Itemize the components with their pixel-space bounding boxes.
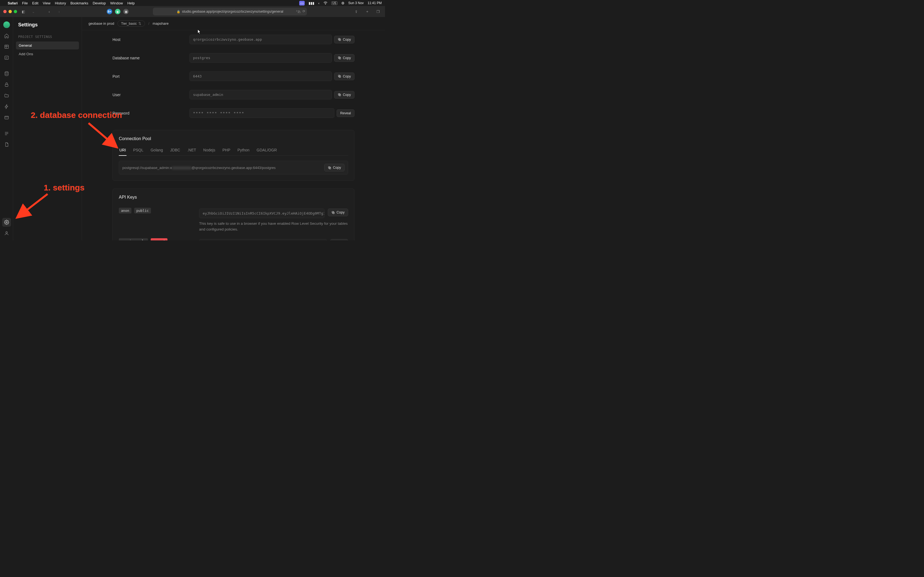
- menu-item[interactable]: Develop: [93, 1, 106, 5]
- logs-icon[interactable]: [2, 129, 11, 138]
- tier-pill[interactable]: Tier_basic⇅: [118, 20, 145, 27]
- reveal-button[interactable]: Reveal: [330, 239, 348, 240]
- field-label: Port: [113, 74, 189, 79]
- tab-jdbc[interactable]: JDBC: [170, 146, 181, 156]
- svg-point-5: [6, 222, 7, 223]
- copy-button[interactable]: Copy: [324, 164, 344, 171]
- breadcrumb-project[interactable]: mapshare: [153, 21, 169, 26]
- breadcrumb: geobase in prod Tier_basic⇅ / mapshare: [82, 17, 385, 30]
- logo-icon[interactable]: [2, 20, 11, 29]
- badge-service-role: service_role: [119, 238, 148, 240]
- wifi-icon[interactable]: [323, 1, 328, 5]
- api-key-anon: anon public eyJhbGciOiJIUzI1NiIsInR5cCI6…: [119, 205, 348, 235]
- menu-item[interactable]: Help: [127, 1, 135, 5]
- nav-rail: [0, 17, 13, 240]
- connection-uri-box[interactable]: postgresql://supabase_admin:xxxxxxxxxxxx…: [119, 161, 348, 174]
- menu-item[interactable]: Bookmarks: [70, 1, 88, 5]
- battery-icon[interactable]: ▮▮▮: [309, 1, 314, 5]
- settings-sidebar: Settings PROJECT SETTINGS General Add On…: [13, 17, 82, 240]
- host-value[interactable]: qrorgxicozrbczwvzyno.geobase.app: [189, 35, 332, 44]
- svg-rect-4: [5, 116, 8, 119]
- menu-item[interactable]: Window: [110, 1, 123, 5]
- menubar-app-name[interactable]: Safari: [8, 1, 18, 5]
- port-value[interactable]: 6443: [189, 71, 332, 81]
- sql-editor-icon[interactable]: [2, 53, 11, 62]
- copy-button[interactable]: Copy: [334, 73, 354, 80]
- home-icon[interactable]: [2, 31, 11, 40]
- svg-rect-1: [5, 56, 8, 60]
- tab-uri[interactable]: URI: [119, 146, 126, 156]
- share-icon[interactable]: ⇪: [352, 8, 360, 15]
- copy-button[interactable]: Copy: [334, 36, 354, 44]
- control-center-icon[interactable]: ⚙: [341, 1, 344, 5]
- auth-icon[interactable]: [2, 80, 11, 89]
- svg-point-2: [5, 72, 8, 73]
- copy-button[interactable]: Copy: [334, 91, 354, 98]
- sidebar-item-addons[interactable]: Add Ons: [16, 50, 79, 58]
- input-locale[interactable]: US: [331, 2, 338, 5]
- tab-php[interactable]: PHP: [222, 146, 231, 156]
- translate-icon[interactable]: ᴬあ: [296, 9, 301, 14]
- sidebar-toggle-icon[interactable]: ◧: [20, 8, 27, 15]
- menubar-time[interactable]: 11:41 PM: [368, 1, 382, 5]
- tab-nodejs[interactable]: Nodejs: [203, 146, 216, 156]
- storage-icon[interactable]: [2, 91, 11, 100]
- copy-button[interactable]: Copy: [334, 54, 354, 62]
- nav-forward-icon[interactable]: ›: [55, 8, 63, 15]
- extension-icon[interactable]: ◐: [115, 9, 120, 14]
- menubar-date[interactable]: Sun 3 Nov: [349, 1, 364, 5]
- card-heading: API Keys: [119, 195, 348, 200]
- menu-item[interactable]: File: [22, 1, 28, 5]
- menu-item[interactable]: History: [55, 1, 66, 5]
- database-icon[interactable]: [2, 69, 11, 78]
- window-controls[interactable]: [3, 10, 17, 13]
- new-tab-icon[interactable]: ＋: [363, 8, 371, 15]
- tabs-overview-icon[interactable]: ❐: [375, 8, 382, 15]
- reports-icon[interactable]: [2, 140, 11, 149]
- breadcrumb-org[interactable]: geobase in prod: [89, 21, 114, 26]
- password-value[interactable]: **** **** **** ****: [189, 108, 334, 118]
- sidebar-item-general[interactable]: General: [16, 42, 79, 50]
- tab-dotnet[interactable]: .NET: [187, 146, 197, 156]
- menubar-right: ▭ ▮▮▮ ‹ US ⚙ Sun 3 Nov 11:41 PM: [299, 1, 382, 5]
- macos-menubar: Safari File Edit View History Bookmarks …: [0, 0, 385, 6]
- chevron-down-icon[interactable]: ⌄: [30, 8, 37, 15]
- svg-rect-3: [5, 84, 8, 87]
- api-key-service-role: service_role secret **** **** **** **** …: [119, 235, 348, 240]
- edge-functions-icon[interactable]: [2, 102, 11, 111]
- field-port: Port 6443 Copy: [113, 67, 354, 85]
- menu-item[interactable]: Edit: [32, 1, 38, 5]
- card-heading: Connection Pool: [119, 136, 348, 141]
- svg-rect-0: [5, 45, 8, 48]
- field-password: Password **** **** **** **** Reveal: [113, 104, 354, 122]
- conn-tabs: URI PSQL Golang JDBC .NET Nodejs PHP Pyt…: [119, 146, 348, 156]
- nav-back-icon[interactable]: ‹: [46, 8, 53, 15]
- reload-icon[interactable]: ⟳: [302, 9, 305, 14]
- browser-toolbar: ◧ ⌄ ‹ › B+ ◐ ▦ 🔒 studio.geobase.app/proj…: [0, 6, 385, 17]
- reveal-button[interactable]: Reveal: [337, 110, 354, 117]
- api-keys-card: API Keys anon public eyJhbGciOiJIUzI1NiI…: [113, 189, 354, 240]
- tab-gdal[interactable]: GDAL/OGR: [256, 146, 278, 156]
- realtime-icon[interactable]: [2, 113, 11, 122]
- svg-point-6: [6, 232, 7, 233]
- user-value[interactable]: supabase_admin: [189, 90, 332, 100]
- field-label: Database name: [113, 56, 189, 60]
- extension-icon[interactable]: B+: [107, 9, 112, 14]
- menu-item[interactable]: View: [43, 1, 51, 5]
- field-label: Password: [113, 111, 189, 115]
- chevron-left-icon[interactable]: ‹: [318, 1, 319, 5]
- stage-manager-icon[interactable]: ▭: [299, 1, 305, 5]
- tab-golang[interactable]: Golang: [150, 146, 163, 156]
- account-icon[interactable]: [2, 229, 11, 238]
- copy-button[interactable]: Copy: [328, 208, 348, 216]
- tab-python[interactable]: Python: [237, 146, 250, 156]
- dbname-value[interactable]: postgres: [189, 53, 332, 63]
- settings-icon[interactable]: [2, 218, 11, 227]
- extension-icon[interactable]: ▦: [123, 9, 129, 14]
- field-user: User supabase_admin Copy: [113, 85, 354, 104]
- tab-psql[interactable]: PSQL: [132, 146, 144, 156]
- table-editor-icon[interactable]: [2, 42, 11, 51]
- url-bar[interactable]: 🔒 studio.geobase.app/project/qrorgxicozr…: [153, 8, 307, 15]
- service-key-value[interactable]: **** **** **** ****: [199, 239, 327, 240]
- anon-key-value[interactable]: eyJhbGciOiJIUzI1NiIsInR5cCI6IkpXVCJ9.eyJ…: [199, 208, 325, 218]
